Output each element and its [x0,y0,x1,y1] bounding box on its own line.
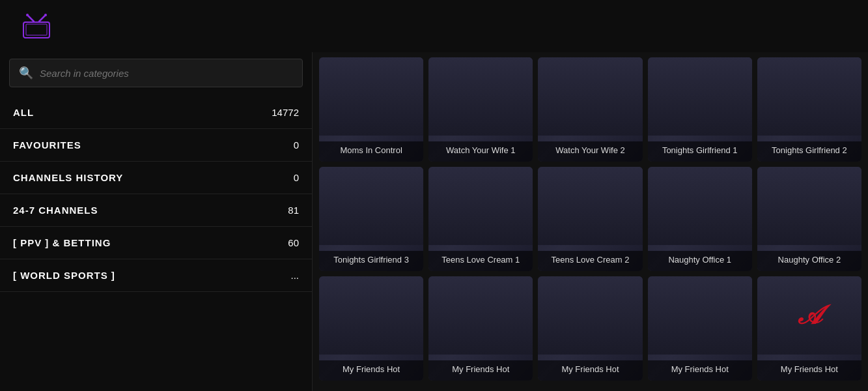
sidebar-items: ALL 14772 FAVOURITES 0 CHANNELS HISTORY … [0,96,312,391]
grid-item-thumb-6 [428,167,533,245]
sidebar-item-count-0: 14772 [272,107,299,118]
grid-item-label-13: My Friends Hot [648,360,752,381]
svg-point-3 [44,14,47,16]
sidebar-item-4[interactable]: [ PPV ] & BETTING 60 [0,227,312,259]
grid-item-label-6: Teens Love Cream 1 [428,251,533,271]
sidebar-item-label-2: CHANNELS HISTORY [13,172,123,183]
grid-item-thumb-4 [757,57,861,136]
grid-item-label-1: Watch Your Wife 1 [428,141,533,162]
svg-point-2 [26,14,29,16]
grid-item-thumb-3 [648,57,752,136]
main-content: 🔍 ALL 14772 FAVOURITES 0 CHANNELS HISTOR… [0,52,868,391]
search-input[interactable] [40,68,293,79]
channel-logo-icon: 𝒜 [798,300,820,330]
header-left [13,14,76,38]
sidebar-item-label-3: 24-7 CHANNELS [13,205,98,216]
sidebar-item-3[interactable]: 24-7 CHANNELS 81 [0,194,312,227]
search-box[interactable]: 🔍 [9,59,303,87]
svg-rect-5 [26,24,47,35]
grid-item-label-0: Moms In Control [319,141,423,162]
grid-item-thumb-13 [648,276,752,355]
tv-logo-icon [21,14,52,38]
sidebar-item-label-1: FAVOURITES [13,139,81,151]
grid-item-label-5: Tonights Girlfriend 3 [319,251,423,271]
grid-item-thumb-8 [648,167,752,245]
grid-item-label-10: My Friends Hot [319,360,423,381]
grid-item-thumb-11 [428,276,533,355]
sidebar-item-label-0: ALL [13,107,34,118]
content-area: Moms In Control Watch Your Wife 1 Watch … [313,52,868,391]
sidebar-item-5[interactable]: [ WORLD SPORTS ] ... [0,259,312,292]
grid-item-thumb-12 [538,276,642,355]
sidebar-item-count-1: 0 [294,139,299,151]
grid-item-thumb-10 [319,276,423,355]
grid-item-14[interactable]: 𝒜 My Friends Hot [757,276,861,381]
grid-item-11[interactable]: My Friends Hot [428,276,533,381]
grid-item-8[interactable]: Naughty Office 1 [648,167,752,271]
grid-item-13[interactable]: My Friends Hot [648,276,752,381]
grid-item-1[interactable]: Watch Your Wife 1 [428,57,533,162]
grid-item-label-7: Teens Love Cream 2 [538,251,642,271]
sidebar-item-count-2: 0 [294,172,299,183]
grid-item-5[interactable]: Tonights Girlfriend 3 [319,167,423,271]
grid-item-0[interactable]: Moms In Control [319,57,423,162]
grid-item-thumb-1 [428,57,533,136]
sidebar-item-1[interactable]: FAVOURITES 0 [0,129,312,162]
grid-item-3[interactable]: Tonights Girlfriend 1 [648,57,752,162]
grid-item-9[interactable]: Naughty Office 2 [757,167,861,271]
grid-item-label-14: My Friends Hot [757,360,861,381]
logo-container [21,14,55,38]
sidebar-item-label-5: [ WORLD SPORTS ] [13,270,115,281]
header [0,0,868,52]
grid-item-label-2: Watch Your Wife 2 [538,141,642,162]
sidebar: 🔍 ALL 14772 FAVOURITES 0 CHANNELS HISTOR… [0,52,313,391]
grid-item-label-11: My Friends Hot [428,360,533,381]
grid-item-6[interactable]: Teens Love Cream 1 [428,167,533,271]
channel-grid: Moms In Control Watch Your Wife 1 Watch … [319,57,861,381]
grid-item-10[interactable]: My Friends Hot [319,276,423,381]
grid-item-thumb-14: 𝒜 [757,276,861,355]
grid-item-label-8: Naughty Office 1 [648,251,752,271]
grid-item-label-3: Tonights Girlfriend 1 [648,141,752,162]
sidebar-item-0[interactable]: ALL 14772 [0,96,312,129]
grid-item-thumb-9 [757,167,861,245]
sidebar-item-count-5: ... [290,270,299,281]
grid-item-label-12: My Friends Hot [538,360,642,381]
grid-item-7[interactable]: Teens Love Cream 2 [538,167,642,271]
grid-item-thumb-0 [319,57,423,136]
svg-line-1 [39,15,46,22]
sidebar-item-2[interactable]: CHANNELS HISTORY 0 [0,162,312,194]
grid-item-thumb-2 [538,57,642,136]
sidebar-item-label-4: [ PPV ] & BETTING [13,237,111,248]
grid-item-label-4: Tonights Girlfriend 2 [757,141,861,162]
grid-item-thumb-7 [538,167,642,245]
grid-item-4[interactable]: Tonights Girlfriend 2 [757,57,861,162]
grid-item-12[interactable]: My Friends Hot [538,276,642,381]
sidebar-item-count-4: 60 [288,237,299,248]
grid-item-label-9: Naughty Office 2 [757,251,861,271]
grid-item-thumb-5 [319,167,423,245]
grid-item-2[interactable]: Watch Your Wife 2 [538,57,642,162]
sidebar-item-count-3: 81 [288,205,299,216]
search-box-icon: 🔍 [19,66,33,80]
svg-line-0 [27,15,34,22]
